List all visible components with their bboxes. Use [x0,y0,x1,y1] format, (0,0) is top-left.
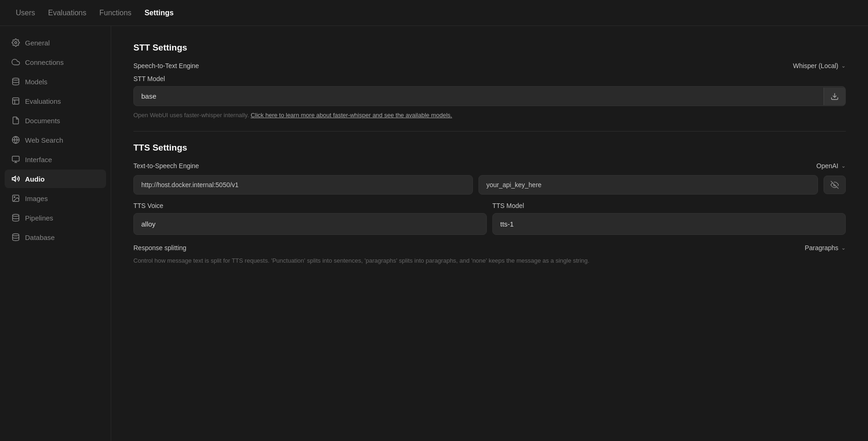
sidebar-item-documents[interactable]: Documents [5,111,106,130]
stt-section: STT Settings Speech-to-Text Engine Whisp… [133,43,846,120]
models-icon [11,77,20,86]
response-splitting-select[interactable]: Paragraphs ⌄ [805,244,846,252]
svg-rect-5 [13,156,19,161]
chevron-down-icon-tts: ⌄ [841,163,846,169]
stt-info-text: Open WebUI uses faster-whisper internall… [133,111,846,120]
sidebar-label-documents: Documents [25,117,60,125]
response-splitting-row: Response splitting Paragraphs ⌄ [133,244,846,252]
sidebar-label-audio: Audio [25,175,45,183]
tts-section: TTS Settings Text-to-Speech Engine OpenA… [133,143,846,265]
tts-engine-value: OpenAI [817,162,838,170]
audio-icon [11,174,20,183]
layout: General Connections Models Evaluations D… [0,26,868,441]
tts-model-label: TTS Model [492,202,846,209]
tts-url-input[interactable] [133,175,473,195]
stt-model-label: STT Model [133,75,846,82]
sidebar-label-web-search: Web Search [25,136,63,144]
stt-engine-value: Whisper (Local) [793,62,838,69]
nav-functions[interactable]: Functions [93,5,138,21]
svg-point-10 [14,196,15,197]
svg-marker-8 [13,176,16,182]
database-icon [11,233,20,242]
svg-point-11 [13,214,19,217]
faster-whisper-link[interactable]: Click here to learn more about faster-wh… [251,112,452,119]
stt-engine-label: Speech-to-Text Engine [133,62,199,69]
pipelines-icon [11,213,20,222]
svg-point-12 [13,234,19,236]
monitor-icon [11,155,20,164]
tts-url-api-row [133,175,846,195]
nav-evaluations[interactable]: Evaluations [42,5,93,21]
sidebar-item-images[interactable]: Images [5,189,106,208]
tts-voice-model-inputs [133,213,846,235]
top-nav: Users Evaluations Functions Settings [0,0,868,26]
sidebar-item-general[interactable]: General [5,33,106,52]
evaluations-icon [11,96,20,106]
sidebar: General Connections Models Evaluations D… [0,26,111,441]
sidebar-label-database: Database [25,233,55,241]
tts-voice-label: TTS Voice [133,202,487,209]
sidebar-label-pipelines: Pipelines [25,214,53,222]
tts-voice-input[interactable] [133,213,487,235]
tts-engine-row: Text-to-Speech Engine OpenAI ⌄ [133,162,846,170]
sidebar-item-connections[interactable]: Connections [5,53,106,71]
section-divider [133,131,846,132]
sidebar-item-pipelines[interactable]: Pipelines [5,208,106,227]
tts-engine-select[interactable]: OpenAI ⌄ [817,162,846,170]
sidebar-item-web-search[interactable]: Web Search [5,131,106,149]
toggle-api-key-visibility-btn[interactable] [824,176,846,194]
stt-model-input[interactable] [134,87,824,106]
sidebar-item-audio[interactable]: Audio [5,170,106,188]
main-content: STT Settings Speech-to-Text Engine Whisp… [111,26,868,441]
nav-users[interactable]: Users [9,5,42,21]
svg-point-0 [15,42,17,44]
tts-engine-label: Text-to-Speech Engine [133,162,199,170]
gear-icon [11,38,20,47]
tts-section-title: TTS Settings [133,143,846,153]
chevron-down-icon: ⌄ [841,63,846,69]
images-icon [11,194,20,203]
cloud-icon [11,57,20,67]
sidebar-label-evaluations: Evaluations [25,97,61,105]
sidebar-label-interface: Interface [25,156,52,164]
tts-voice-model-labels: TTS Voice TTS Model [133,202,846,209]
response-splitting-value: Paragraphs [805,244,838,252]
sidebar-item-models[interactable]: Models [5,72,106,91]
sidebar-label-general: General [25,39,50,47]
sidebar-label-models: Models [25,78,47,86]
stt-section-title: STT Settings [133,43,846,53]
stt-model-input-group [133,86,846,106]
tts-api-key-input[interactable] [478,175,818,195]
chevron-down-icon-split: ⌄ [841,245,846,251]
svg-rect-2 [13,98,19,104]
documents-icon [11,116,20,125]
svg-point-1 [13,78,19,81]
tts-model-input[interactable] [492,213,846,235]
stt-model-download-btn[interactable] [824,88,845,105]
globe-icon [11,135,20,145]
sidebar-item-interface[interactable]: Interface [5,150,106,169]
sidebar-item-evaluations[interactable]: Evaluations [5,92,106,110]
response-splitting-label: Response splitting [133,244,186,252]
nav-settings[interactable]: Settings [138,5,180,21]
sidebar-label-images: Images [25,195,48,202]
response-splitting-info: Control how message text is split for TT… [133,256,846,265]
stt-engine-row: Speech-to-Text Engine Whisper (Local) ⌄ [133,62,846,69]
sidebar-label-connections: Connections [25,58,63,66]
sidebar-item-database[interactable]: Database [5,228,106,246]
stt-engine-select[interactable]: Whisper (Local) ⌄ [793,62,846,69]
